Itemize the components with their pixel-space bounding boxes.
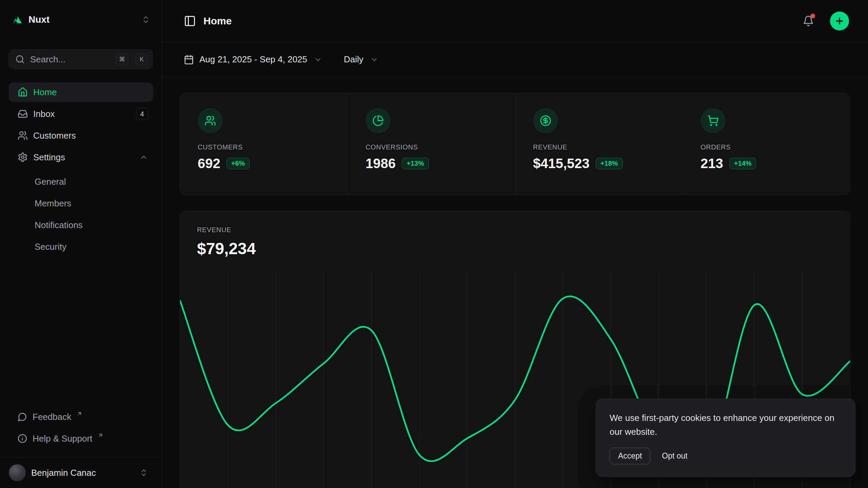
feedback-link[interactable]: Feedback — [9, 407, 153, 426]
sidebar-nav: Home Inbox 4 Customers Settings — [9, 83, 153, 256]
user-menu[interactable]: Benjamin Canac — [0, 457, 162, 488]
sidebar-item-general[interactable]: General — [9, 172, 153, 191]
filters-toolbar: Aug 21, 2025 - Sep 4, 2025 Daily — [162, 42, 868, 77]
sidebar-item-security[interactable]: Security — [9, 237, 153, 256]
stat-delta-badge: +14% — [729, 158, 756, 169]
cookie-optout-button[interactable]: Opt out — [660, 448, 689, 464]
kbd-cmd: ⌘ — [116, 53, 128, 65]
sidebar: Nuxt Search... ⌘ K Home — [0, 0, 162, 488]
stat-label: CUSTOMERS — [198, 143, 330, 151]
granularity-select[interactable]: Daily — [344, 54, 378, 65]
chevrons-up-down-icon — [139, 468, 148, 477]
feedback-label: Feedback — [33, 412, 71, 422]
revenue-panel-label: REVENUE — [197, 226, 833, 234]
sidebar-item-label: Settings — [33, 152, 134, 163]
cookie-accept-button[interactable]: Accept — [610, 448, 650, 464]
stat-card-revenue[interactable]: REVENUE $415,523 +18% — [515, 93, 683, 195]
cookie-banner: We use first-party cookies to enhance yo… — [596, 399, 855, 477]
circle-dollar-icon — [533, 108, 558, 133]
help-support-link[interactable]: Help & Support — [9, 429, 153, 448]
external-link-icon — [98, 432, 103, 438]
inbox-icon — [18, 109, 28, 119]
message-circle-icon — [18, 412, 27, 422]
notification-dot — [810, 14, 815, 18]
sidebar-item-label: Customers — [33, 130, 148, 141]
users-icon — [18, 130, 28, 141]
stat-value: 692 — [198, 156, 220, 171]
granularity-label: Daily — [344, 54, 363, 65]
stat-value: 1986 — [366, 156, 396, 171]
search-icon — [15, 55, 25, 64]
revenue-panel-value: $79,234 — [197, 239, 833, 258]
user-avatar — [9, 464, 26, 481]
panel-left-icon[interactable] — [184, 15, 196, 27]
stat-label: ORDERS — [701, 143, 832, 151]
external-link-icon — [77, 411, 82, 416]
settings-subnav: General Members Notifications Security — [9, 172, 153, 256]
stat-label: REVENUE — [533, 143, 665, 151]
workspace-switcher[interactable]: Nuxt — [9, 9, 153, 30]
date-range-label: Aug 21, 2025 - Sep 4, 2025 — [199, 54, 307, 65]
nuxt-logo-icon — [12, 14, 22, 25]
stat-card-conversions[interactable]: CONVERSIONS 1986 +13% — [348, 93, 515, 195]
gear-icon — [18, 152, 28, 162]
stat-label: CONVERSIONS — [366, 143, 497, 151]
shopping-cart-icon — [701, 108, 726, 133]
help-support-label: Help & Support — [33, 433, 92, 444]
stat-delta-badge: +18% — [596, 158, 623, 169]
stat-card-orders[interactable]: ORDERS 213 +14% — [683, 93, 850, 195]
users-icon — [198, 108, 223, 133]
sidebar-item-inbox[interactable]: Inbox 4 — [9, 104, 153, 123]
chevron-up-icon — [139, 153, 148, 162]
chevrons-up-down-icon[interactable] — [141, 15, 150, 24]
calendar-icon — [184, 55, 194, 65]
add-button[interactable] — [830, 12, 849, 30]
cookie-message: We use first-party cookies to enhance yo… — [610, 411, 842, 439]
sidebar-item-label: Inbox — [33, 109, 131, 119]
house-icon — [18, 87, 28, 97]
stat-value: 213 — [701, 156, 723, 171]
page-title: Home — [203, 15, 232, 27]
sidebar-item-label: Home — [33, 87, 148, 98]
stats-row: CUSTOMERS 692 +6% CONVERSIONS 1986 +13% — [180, 93, 850, 195]
search-input[interactable]: Search... ⌘ K — [9, 49, 153, 69]
plus-icon — [834, 16, 845, 26]
chevron-down-icon — [314, 56, 322, 64]
page-header: Home — [162, 0, 868, 42]
sidebar-item-notifications[interactable]: Notifications — [9, 216, 153, 235]
stat-card-customers[interactable]: CUSTOMERS 692 +6% — [180, 93, 348, 195]
date-range-button[interactable]: Aug 21, 2025 - Sep 4, 2025 — [184, 54, 322, 65]
stat-delta-badge: +6% — [226, 158, 250, 169]
chevron-down-icon — [370, 56, 378, 64]
notifications-button[interactable] — [800, 12, 817, 30]
search-placeholder: Search... — [30, 54, 111, 65]
user-name: Benjamin Canac — [31, 468, 134, 478]
info-circle-icon — [18, 434, 27, 443]
inbox-count-badge: 4 — [136, 108, 148, 120]
sidebar-item-home[interactable]: Home — [9, 83, 153, 102]
sidebar-footer: Feedback Help & Support — [9, 407, 153, 457]
sidebar-item-members[interactable]: Members — [9, 194, 153, 213]
sidebar-item-settings[interactable]: Settings — [9, 148, 153, 167]
pie-chart-icon — [366, 108, 391, 133]
stat-delta-badge: +13% — [402, 158, 429, 169]
sidebar-item-customers[interactable]: Customers — [9, 126, 153, 145]
workspace-name: Nuxt — [28, 14, 135, 25]
kbd-k: K — [136, 53, 148, 65]
stat-value: $415,523 — [533, 156, 590, 171]
